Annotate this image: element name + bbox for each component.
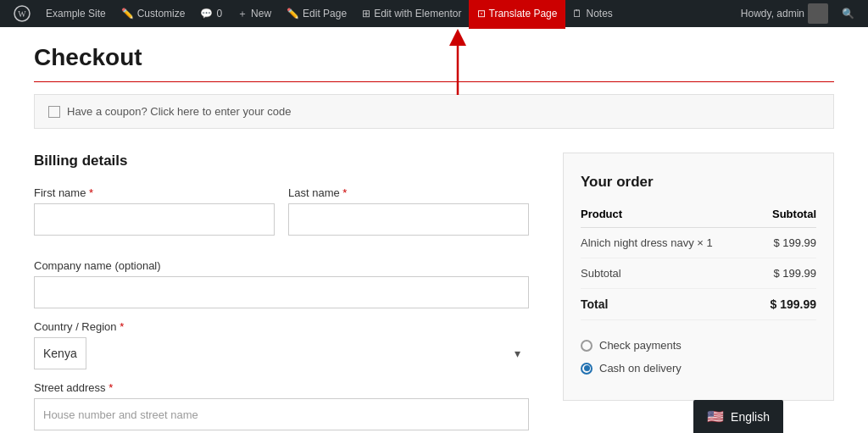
- subtotal-label: Subtotal: [581, 258, 755, 289]
- street-group: Street address *: [34, 381, 529, 430]
- col-subtotal: Subtotal: [755, 208, 816, 228]
- edit-page-button[interactable]: ✏️ Edit Page: [280, 0, 353, 27]
- edit-page-icon: ✏️: [287, 8, 299, 19]
- first-name-input[interactable]: [34, 203, 275, 236]
- subtotal-row: Subtotal $ 199.99: [581, 258, 816, 289]
- elementor-icon: ⊞: [362, 8, 370, 19]
- plus-icon: ＋: [237, 7, 248, 21]
- admin-avatar: [808, 3, 828, 24]
- svg-text:W: W: [18, 9, 26, 19]
- checkout-grid: Billing details First name * Last name *: [34, 153, 834, 433]
- payment-check-label: Check payments: [599, 339, 682, 352]
- company-group: Company name (optional): [34, 259, 529, 308]
- order-table: Product Subtotal Alnich night dress navy…: [581, 208, 816, 320]
- comments-icon: 💬: [200, 8, 213, 19]
- last-name-group: Last name *: [288, 186, 529, 236]
- payment-options: Check payments Cash on delivery: [581, 334, 816, 380]
- page-title: Checkout: [34, 44, 834, 71]
- notes-icon: 🗒: [572, 8, 582, 19]
- company-input[interactable]: [34, 276, 529, 308]
- new-button[interactable]: ＋ New: [231, 0, 278, 27]
- customize-icon: ✏️: [121, 8, 134, 19]
- last-name-label: Last name *: [288, 186, 529, 199]
- comments-button[interactable]: 💬 0: [193, 0, 229, 27]
- product-name: Alnich night dress navy × 1: [581, 228, 755, 258]
- coupon-checkbox-icon: [48, 106, 60, 118]
- first-name-label: First name *: [34, 186, 275, 199]
- subtotal-value: $ 199.99: [755, 258, 816, 289]
- radio-check[interactable]: [581, 340, 593, 352]
- site-name-label: Example Site: [46, 8, 106, 19]
- site-name-button[interactable]: Example Site: [39, 0, 113, 27]
- billing-title: Billing details: [34, 153, 529, 169]
- language-label: English: [731, 410, 770, 424]
- translate-page-button[interactable]: ⊡ Translate Page: [470, 0, 565, 27]
- search-button[interactable]: 🔍: [835, 0, 861, 27]
- last-name-input[interactable]: [288, 203, 529, 236]
- street-input[interactable]: [34, 398, 529, 430]
- payment-cod-label: Cash on delivery: [599, 362, 682, 375]
- total-row: Total $ 199.99: [581, 289, 816, 320]
- total-value: $ 199.99: [755, 289, 816, 320]
- country-group: Country / Region * Kenya: [34, 320, 529, 369]
- notes-button[interactable]: 🗒 Notes: [565, 0, 619, 27]
- translate-icon: ⊡: [477, 8, 486, 19]
- howdy-button[interactable]: Howdy, admin: [734, 0, 835, 27]
- total-label: Total: [581, 289, 755, 320]
- payment-cod[interactable]: Cash on delivery: [581, 357, 816, 380]
- language-badge[interactable]: 🇺🇸 English: [693, 400, 783, 433]
- country-select-wrapper: Kenya: [34, 337, 529, 369]
- col-product: Product: [581, 208, 755, 228]
- country-label: Country / Region *: [34, 320, 529, 333]
- name-row: First name * Last name *: [34, 186, 529, 247]
- coupon-text: Have a coupon? Click here to enter your …: [67, 105, 292, 118]
- flag-icon: 🇺🇸: [707, 408, 724, 425]
- radio-cod[interactable]: [581, 363, 593, 375]
- country-select[interactable]: Kenya: [34, 337, 86, 369]
- company-label: Company name (optional): [34, 259, 529, 272]
- page-content: Checkout Have a coupon? Click here to en…: [0, 27, 868, 433]
- search-icon: 🔍: [842, 8, 854, 19]
- edit-elementor-button[interactable]: ⊞ Edit with Elementor: [355, 0, 468, 27]
- customize-button[interactable]: ✏️ Customize: [114, 0, 192, 27]
- coupon-bar[interactable]: Have a coupon? Click here to enter your …: [34, 94, 834, 129]
- order-summary: Your order Product Subtotal Alnich night…: [563, 153, 834, 401]
- order-title: Your order: [581, 174, 816, 191]
- wp-logo-button[interactable]: W: [7, 0, 37, 27]
- billing-section: Billing details First name * Last name *: [34, 153, 529, 433]
- street-label: Street address *: [34, 381, 529, 394]
- product-row: Alnich night dress navy × 1 $ 199.99: [581, 228, 816, 258]
- payment-check[interactable]: Check payments: [581, 334, 816, 357]
- first-name-group: First name *: [34, 186, 275, 236]
- product-price: $ 199.99: [755, 228, 816, 258]
- admin-bar: W Example Site ✏️ Customize 💬 0 ＋ New ✏️…: [0, 0, 868, 27]
